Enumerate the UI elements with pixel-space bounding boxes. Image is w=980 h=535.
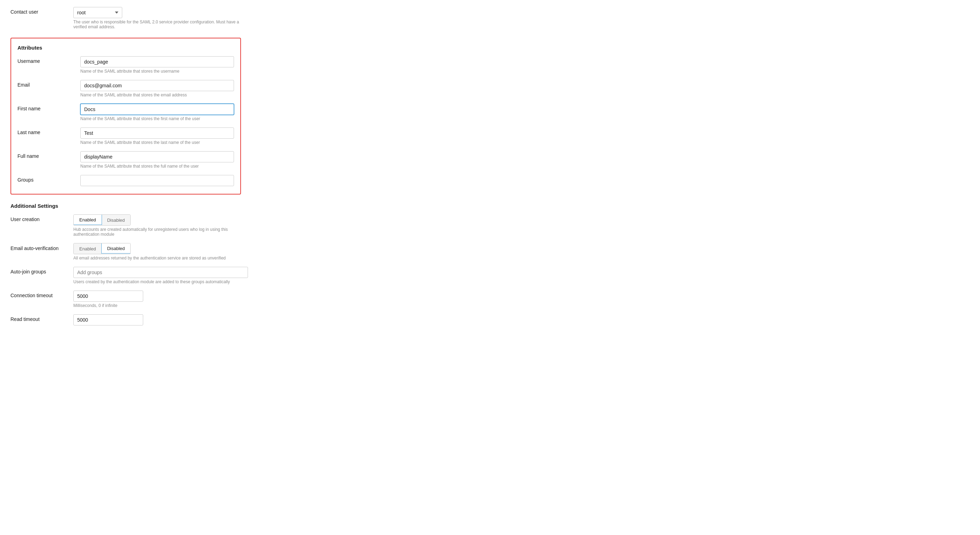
email-auto-verification-enabled-button[interactable]: Enabled — [74, 244, 102, 254]
auto-join-groups-input[interactable] — [73, 267, 248, 278]
contact-user-dropdown[interactable]: root admin user — [73, 7, 122, 18]
email-input[interactable] — [80, 80, 234, 91]
connection-timeout-input[interactable] — [73, 291, 143, 302]
first-name-label: First name — [18, 104, 80, 111]
last-name-input[interactable] — [80, 127, 234, 139]
email-auto-verification-label: Email auto-verification — [11, 243, 73, 252]
email-label: Email — [18, 80, 80, 88]
email-auto-verification-disabled-button[interactable]: Disabled — [101, 243, 131, 253]
user-creation-label: User creation — [11, 215, 73, 222]
full-name-help: Name of the SAML attribute that stores t… — [80, 164, 234, 169]
user-creation-toggle-group: Enabled Disabled — [73, 215, 130, 226]
contact-user-label: Contact user — [11, 7, 73, 15]
username-input[interactable] — [80, 56, 234, 67]
last-name-label: Last name — [18, 127, 80, 135]
user-creation-help: Hub accounts are created automatically f… — [73, 227, 248, 237]
read-timeout-input[interactable] — [73, 314, 143, 325]
username-help: Name of the SAML attribute that stores t… — [80, 69, 234, 74]
full-name-input[interactable] — [80, 151, 234, 162]
attributes-section: Attributes Username Name of the SAML att… — [11, 38, 241, 194]
additional-settings-section: Additional Settings User creation Enable… — [11, 203, 969, 325]
first-name-input[interactable] — [80, 104, 234, 115]
groups-label: Groups — [18, 175, 80, 183]
auto-join-groups-label: Auto-join groups — [11, 267, 73, 274]
groups-input[interactable] — [80, 175, 234, 186]
last-name-help: Name of the SAML attribute that stores t… — [80, 140, 234, 145]
email-help: Name of the SAML attribute that stores t… — [80, 92, 234, 97]
first-name-help: Name of the SAML attribute that stores t… — [80, 116, 234, 121]
email-auto-verification-help: All email addresses returned by the auth… — [73, 256, 248, 261]
user-creation-disabled-button[interactable]: Disabled — [102, 215, 130, 225]
attributes-title: Attributes — [18, 45, 234, 51]
full-name-label: Full name — [18, 151, 80, 159]
read-timeout-label: Read timeout — [11, 314, 73, 322]
auto-join-groups-help: Users created by the authentication modu… — [73, 279, 248, 284]
username-label: Username — [18, 56, 80, 64]
user-creation-enabled-button[interactable]: Enabled — [73, 215, 102, 225]
additional-settings-title: Additional Settings — [11, 203, 969, 209]
connection-timeout-label: Connection timeout — [11, 291, 73, 298]
contact-user-help: The user who is responsible for the SAML… — [73, 19, 248, 29]
email-auto-verification-toggle-group: Enabled Disabled — [73, 243, 130, 254]
connection-timeout-help: Milliseconds, 0 if infinite — [73, 303, 248, 308]
